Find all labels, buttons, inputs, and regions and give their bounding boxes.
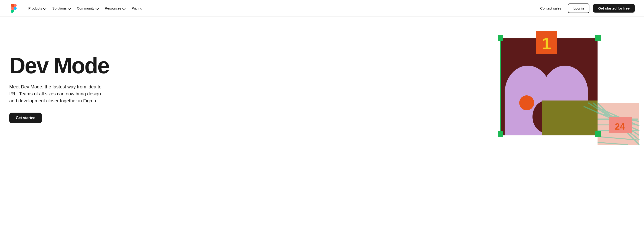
nav-right: Contact sales Log in Get started for fre… [537,4,635,13]
navbar: Products Solutions Community Resources P… [0,0,644,17]
nav-links: Products Solutions Community Resources P… [26,5,537,12]
svg-text:1: 1 [542,34,551,53]
svg-rect-5 [542,101,598,135]
get-started-nav-button[interactable]: Get started for free [593,4,635,13]
hero-illustration: 24 1 [491,24,644,145]
figma-logo[interactable] [9,4,18,13]
nav-community[interactable]: Community [74,5,101,12]
hero-section: Dev Mode Meet Dev Mode: the fastest way … [0,17,644,147]
login-button[interactable]: Log in [568,4,590,13]
hero-subtitle: Meet Dev Mode: the fastest way from idea… [9,83,107,104]
contact-sales-link[interactable]: Contact sales [537,5,564,12]
chevron-down-icon [67,6,71,10]
nav-products[interactable]: Products [26,5,48,12]
hero-title: Dev Mode [9,55,109,77]
chevron-down-icon [43,6,47,10]
nav-solutions[interactable]: Solutions [50,5,73,12]
hero-text: Dev Mode Meet Dev Mode: the fastest way … [9,55,109,123]
svg-text:24: 24 [615,122,625,131]
nav-pricing[interactable]: Pricing [129,5,145,12]
chevron-down-icon [95,6,99,10]
hero-cta-button[interactable]: Get started [9,113,42,123]
svg-point-21 [519,95,534,110]
nav-resources[interactable]: Resources [102,5,128,12]
chevron-down-icon [122,6,126,10]
